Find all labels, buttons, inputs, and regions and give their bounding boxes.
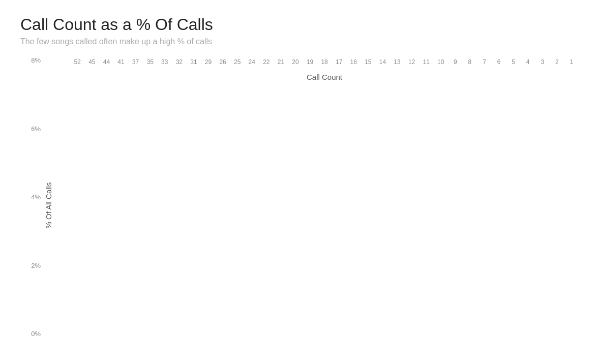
x-axis-label: 16 [346,58,361,71]
y-axis-label: 8% [31,56,41,64]
x-axis-label: 18 [317,58,332,71]
chart-area: 8%6%4%2%0% % Of All Calls 52454441373533… [20,56,579,354]
plot-area: 5245444137353332312926252422212019181716… [70,56,579,71]
x-axis-label: 21 [274,58,288,71]
x-axis-label: 7 [477,58,492,71]
chart-title: Call Count as a % Of Calls [20,15,579,34]
y-axis-label: 2% [31,262,41,269]
x-axis-label: 1 [564,58,579,71]
x-axis-label: 15 [361,58,376,71]
x-axis-label: 12 [404,58,419,71]
x-axis-label: 6 [492,58,506,71]
x-axis-label: 13 [390,58,405,71]
y-axis-label: 0% [31,330,41,338]
chart-container: Call Count as a % Of Calls The few songs… [0,0,599,364]
x-axis-label: 45 [85,58,100,71]
y-axis-title: % Of All Calls [44,182,53,228]
x-axis-label: 5 [506,58,521,71]
chart-subtitle: The few songs called often make up a hig… [20,37,579,46]
x-axis-label: 26 [216,58,230,71]
x-axis-label: 33 [157,58,172,71]
x-axis-label: 19 [303,58,317,71]
x-axis-label: 2 [550,58,564,71]
x-axis-label: 20 [288,58,303,71]
y-axis-label: 4% [31,193,41,201]
x-axis-label: 41 [114,58,129,71]
x-axis-label: 3 [535,58,550,71]
x-axis-label: 22 [259,58,274,71]
x-axis-label: 31 [187,58,201,71]
plot-with-yaxistitle: % Of All Calls 5245444137353332312926252… [45,56,579,354]
x-axis-label: 24 [245,58,259,71]
x-axis: 5245444137353332312926252422212019181716… [70,56,579,71]
x-axis-label: 32 [172,58,187,71]
x-axis-label: 37 [128,58,143,71]
x-axis-label: 10 [433,58,448,71]
x-axis-label: 8 [463,58,477,71]
x-axis-label: 52 [70,58,85,71]
y-axis-label: 6% [31,125,41,133]
x-axis-label: 35 [143,58,158,71]
x-axis-label: 4 [521,58,535,71]
x-axis-label: 11 [419,58,434,71]
x-axis-label: 44 [99,58,114,71]
x-axis-label: 14 [375,58,390,71]
y-axis: 8%6%4%2%0% [20,56,45,354]
x-axis-label: 29 [201,58,216,71]
x-axis-label: 9 [448,58,463,71]
x-axis-label: 17 [332,58,346,71]
x-axis-label: 25 [230,58,245,71]
x-axis-title: Call Count [70,73,579,81]
